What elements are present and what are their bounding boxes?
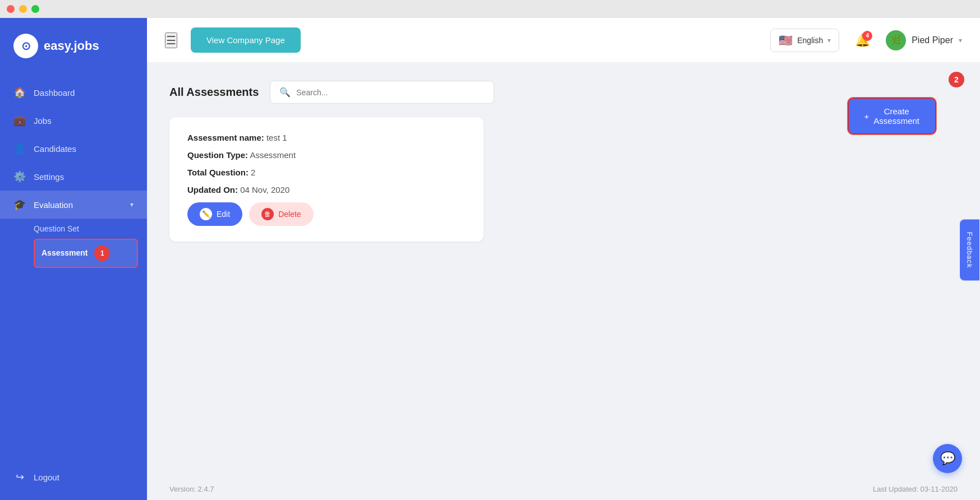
- sidebar-item-label: Evaluation: [34, 200, 73, 210]
- minimize-btn[interactable]: [19, 5, 27, 13]
- assessment-name-label: Assessment name:: [187, 133, 264, 142]
- user-info[interactable]: 🌿 Pied Piper ▾: [886, 30, 962, 50]
- sidebar-item-assessment[interactable]: Assessment 1: [34, 239, 138, 268]
- total-question-field: Total Question: 2: [187, 168, 466, 177]
- assessment-name-field: Assessment name: test 1: [187, 133, 466, 142]
- page-title: All Assessments: [169, 86, 259, 99]
- page-header: All Assessments 🔍 2 + Create Assessment: [169, 81, 958, 104]
- updated-on-label: Updated On:: [187, 185, 238, 195]
- search-icon: 🔍: [279, 87, 291, 98]
- header: ☰ View Company Page 🇺🇸 English ▾ 🔔 4 🌿 P…: [147, 18, 980, 63]
- assessment-name-value: test 1: [266, 133, 287, 142]
- search-input[interactable]: [296, 88, 485, 97]
- sidebar-logo: ⊙ easy.jobs: [0, 18, 147, 74]
- sidebar-item-candidates[interactable]: 👤 Candidates: [0, 135, 147, 163]
- total-question-value: 2: [251, 168, 255, 177]
- create-assessment-button[interactable]: + Create Assessment: [849, 99, 935, 133]
- question-type-field: Question Type: Assessment: [187, 150, 466, 160]
- delete-label: Delete: [278, 210, 301, 219]
- create-btn-label: Create Assessment: [873, 107, 919, 126]
- updated-on-value: 04 Nov, 2020: [240, 185, 289, 195]
- language-chevron-icon: ▾: [827, 36, 831, 44]
- question-set-label: Question Set: [34, 224, 79, 233]
- card-actions: ✏️ Edit 🗑 Delete: [187, 202, 466, 226]
- total-question-label: Total Question:: [187, 168, 249, 177]
- logo-text: easy.jobs: [44, 39, 99, 53]
- chevron-down-icon: ▾: [130, 201, 134, 209]
- footer: Version: 2.4.7 Last Updated: 03-11-2020: [147, 478, 980, 500]
- delete-icon: 🗑: [261, 208, 274, 220]
- plus-icon: +: [864, 112, 869, 121]
- sidebar-item-evaluation[interactable]: 🎓 Evaluation ▾: [0, 191, 147, 219]
- delete-button[interactable]: 🗑 Delete: [249, 202, 313, 226]
- chat-icon: 💬: [940, 451, 955, 466]
- question-type-value: Assessment: [250, 150, 296, 160]
- hamburger-button[interactable]: ☰: [165, 33, 177, 48]
- maximize-btn[interactable]: [31, 5, 39, 13]
- logo-icon: ⊙: [13, 34, 38, 58]
- view-company-button[interactable]: View Company Page: [191, 27, 301, 53]
- updated-on-field: Updated On: 04 Nov, 2020: [187, 185, 466, 195]
- sidebar-item-label: Jobs: [34, 116, 52, 126]
- logout-button[interactable]: ↪ Logout: [0, 463, 147, 491]
- chat-button[interactable]: 💬: [933, 444, 962, 473]
- user-avatar: 🌿: [886, 30, 906, 50]
- edit-label: Edit: [217, 210, 230, 219]
- feedback-button[interactable]: Feedback: [960, 219, 979, 280]
- user-chevron-icon: ▾: [959, 36, 962, 44]
- language-selector[interactable]: 🇺🇸 English ▾: [770, 29, 839, 52]
- sidebar: ⊙ easy.jobs 🏠 Dashboard 💼 Jobs 👤 Candida…: [0, 18, 147, 500]
- assessment-label: Assessment: [42, 248, 88, 257]
- notification-badge: 4: [862, 31, 872, 41]
- evaluation-sub-nav: Question Set Assessment 1: [0, 219, 147, 268]
- version-text: Version: 2.4.7: [169, 485, 214, 493]
- home-icon: 🏠: [13, 86, 26, 99]
- main-section: All Assessments 🔍 2 + Create Assessment: [147, 63, 980, 478]
- step-badge-create: 2: [949, 72, 964, 87]
- candidates-icon: 👤: [13, 142, 26, 155]
- sidebar-item-label: Candidates: [34, 144, 76, 154]
- settings-icon: ⚙️: [13, 170, 26, 183]
- edit-icon: ✏️: [200, 208, 212, 220]
- title-bar: [0, 0, 980, 18]
- last-updated-text: Last Updated: 03-11-2020: [873, 485, 958, 493]
- sidebar-logout: ↪ Logout: [0, 454, 147, 500]
- evaluation-icon: 🎓: [13, 198, 26, 211]
- sidebar-nav: 🏠 Dashboard 💼 Jobs 👤 Candidates ⚙️ Setti…: [0, 74, 147, 454]
- sidebar-item-jobs[interactable]: 💼 Jobs: [0, 107, 147, 135]
- jobs-icon: 💼: [13, 114, 26, 127]
- flag-icon: 🇺🇸: [779, 34, 793, 47]
- avatar-icon: 🌿: [890, 35, 901, 45]
- close-btn[interactable]: [7, 5, 15, 13]
- logo-symbol: ⊙: [21, 39, 31, 53]
- feedback-label: Feedback: [965, 232, 974, 268]
- main-content-area: ☰ View Company Page 🇺🇸 English ▾ 🔔 4 🌿 P…: [147, 18, 980, 500]
- search-box: 🔍: [270, 81, 494, 104]
- logout-icon: ↪: [13, 471, 26, 483]
- app-layout: ⊙ easy.jobs 🏠 Dashboard 💼 Jobs 👤 Candida…: [0, 18, 980, 500]
- notification-button[interactable]: 🔔 4: [855, 33, 870, 48]
- evaluation-row: Evaluation ▾: [34, 200, 134, 210]
- sidebar-item-question-set[interactable]: Question Set: [34, 219, 147, 239]
- sidebar-item-label: Settings: [34, 172, 64, 182]
- edit-button[interactable]: ✏️ Edit: [187, 202, 242, 226]
- step-badge-sidebar: 1: [94, 246, 110, 261]
- question-type-label: Question Type:: [187, 150, 248, 160]
- user-name: Pied Piper: [912, 35, 953, 45]
- logout-label: Logout: [34, 473, 59, 482]
- language-label: English: [797, 36, 823, 45]
- sidebar-item-settings[interactable]: ⚙️ Settings: [0, 163, 147, 191]
- sidebar-item-dashboard[interactable]: 🏠 Dashboard: [0, 78, 147, 107]
- assessment-card: Assessment name: test 1 Question Type: A…: [169, 117, 484, 242]
- sidebar-item-label: Dashboard: [34, 88, 75, 98]
